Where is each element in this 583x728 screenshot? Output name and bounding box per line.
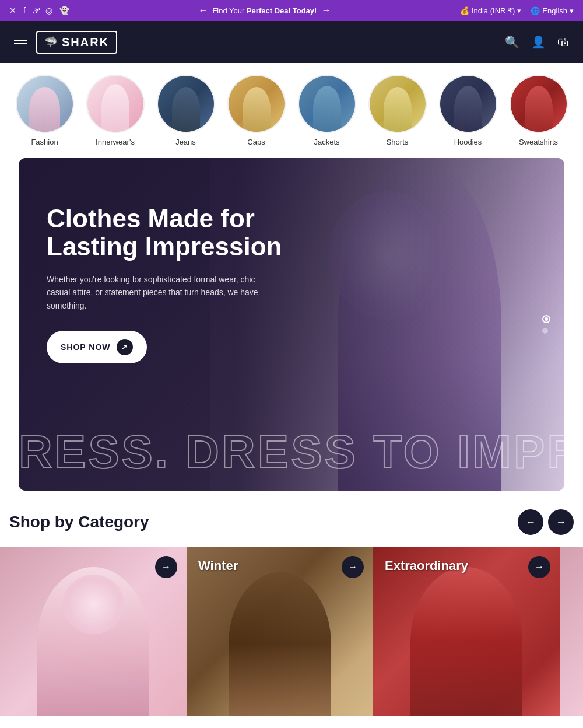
category-cards: → Winter → Extraordinary → — [0, 547, 583, 716]
hero-subtitle: Whether you're looking for sophisticated… — [47, 273, 268, 312]
search-icon[interactable]: 🔍 — [505, 35, 519, 49]
category-card-extraordinary-btn[interactable]: → — [528, 556, 550, 578]
currency-chevron: ▾ — [517, 6, 521, 15]
hero-marquee: RESS. DRESS TO IMPRESS. DRESS TO IMPRESS… — [19, 425, 564, 479]
category-image-caps — [229, 76, 285, 132]
language-label: English — [542, 6, 567, 15]
category-image-sweatshirts — [511, 76, 567, 132]
currency-selector[interactable]: 💰 India (INR ₹) ▾ — [460, 6, 521, 15]
hero-wrapper: Clothes Made for Lasting Impression Whet… — [0, 158, 583, 491]
promo-bold: Perfect Deal Today! — [247, 6, 317, 15]
category-card-extraordinary[interactable]: Extraordinary → — [373, 547, 560, 716]
cart-icon[interactable]: 🛍 — [557, 36, 569, 49]
category-item-innerwear[interactable]: Innerwear's — [86, 75, 145, 146]
category-item-sweatshirts[interactable]: Sweatshirts — [510, 75, 568, 146]
hero-dot-1[interactable] — [542, 315, 550, 323]
hero-banner: Clothes Made for Lasting Impression Whet… — [19, 158, 564, 491]
header-right: 🔍 👤 🛍 — [505, 35, 569, 49]
top-bar-right: 💰 India (INR ₹) ▾ 🌐 English ▾ — [460, 6, 574, 15]
category-nav-arrows: ← → — [518, 509, 574, 535]
facebook-icon[interactable]: f — [23, 6, 26, 15]
logo-icon: 🦈 — [44, 36, 57, 48]
category-image-jackets — [299, 76, 355, 132]
category-item-jeans[interactable]: Jeans — [157, 75, 215, 146]
pinterest-icon[interactable]: 𝒫 — [33, 6, 38, 16]
promo-banner: ← Find Your Perfect Deal Today! → — [198, 5, 331, 16]
category-card-extraordinary-label: Extraordinary — [385, 558, 468, 573]
category-item-fashion[interactable]: Fashion — [16, 75, 74, 146]
hero-dot-2[interactable] — [542, 328, 548, 334]
hero-content: Clothes Made for Lasting Impression Whet… — [47, 205, 292, 363]
category-card-4-bg — [560, 547, 583, 716]
category-label-hoodies: Hoodies — [454, 138, 482, 146]
hero-title: Clothes Made for Lasting Impression — [47, 205, 292, 261]
language-selector[interactable]: 🌐 English ▾ — [531, 6, 574, 15]
header: 🦈 SHARK 🔍 👤 🛍 — [0, 21, 583, 63]
language-chevron: ▾ — [570, 6, 574, 15]
category-label-caps: Caps — [247, 138, 265, 146]
instagram-icon[interactable]: ◎ — [45, 6, 52, 15]
category-item-jackets[interactable]: Jackets — [298, 75, 356, 146]
category-card-summer-btn[interactable]: → — [155, 556, 177, 578]
promo-text: Find Your Perfect Deal Today! — [212, 6, 317, 15]
category-image-jeans — [158, 76, 214, 132]
category-card-winter[interactable]: Winter → — [187, 547, 373, 716]
header-left: 🦈 SHARK — [14, 31, 117, 54]
hero-dots — [542, 315, 550, 334]
hamburger-menu[interactable] — [14, 40, 27, 44]
category-label-jeans: Jeans — [175, 138, 196, 146]
category-label-innerwear: Innerwear's — [96, 138, 135, 146]
twitter-icon[interactable]: ✕ — [9, 6, 16, 15]
snapchat-icon[interactable]: 👻 — [59, 6, 69, 15]
top-bar: ✕ f 𝒫 ◎ 👻 ← Find Your Perfect Deal Today… — [0, 0, 583, 21]
category-image-hoodies — [440, 76, 496, 132]
category-label-shorts: Shorts — [387, 138, 409, 146]
shop-now-button[interactable]: SHOP NOW ↗ — [47, 331, 147, 363]
category-image-shorts — [370, 76, 426, 132]
user-icon[interactable]: 👤 — [531, 35, 546, 49]
logo[interactable]: 🦈 SHARK — [36, 31, 117, 54]
shop-by-category-title: Shop by Category — [9, 513, 149, 531]
category-label-jackets: Jackets — [314, 138, 339, 146]
category-label-sweatshirts: Sweatshirts — [519, 138, 558, 146]
social-links: ✕ f 𝒫 ◎ 👻 — [9, 6, 69, 16]
shop-now-label: SHOP NOW — [61, 342, 111, 352]
currency-label: India (INR ₹) — [472, 6, 515, 15]
category-item-caps[interactable]: Caps — [227, 75, 286, 146]
category-card-winter-label: Winter — [198, 558, 238, 573]
category-card-summer[interactable]: → — [0, 547, 187, 716]
category-card-4[interactable] — [560, 547, 583, 716]
promo-prev-arrow[interactable]: ← — [198, 5, 208, 16]
globe-icon: 🌐 — [531, 6, 540, 15]
category-card-winter-btn[interactable]: → — [342, 556, 364, 578]
category-item-shorts[interactable]: Shorts — [368, 75, 427, 146]
shop-by-category-header: Shop by Category ← → — [0, 491, 583, 547]
category-prev-arrow[interactable]: ← — [518, 509, 543, 535]
currency-icon: 💰 — [460, 6, 469, 15]
category-image-innerwear — [87, 76, 143, 132]
category-image-fashion — [17, 76, 73, 132]
marquee-text: RESS. DRESS TO IMPRESS. DRESS TO IMPRESS… — [19, 425, 564, 479]
category-item-hoodies[interactable]: Hoodies — [439, 75, 497, 146]
category-next-arrow[interactable]: → — [548, 509, 574, 535]
logo-text: SHARK — [62, 36, 109, 49]
category-circles: Fashion Innerwear's Jeans — [0, 63, 583, 158]
shop-now-arrow-icon: ↗ — [117, 339, 133, 355]
promo-next-arrow[interactable]: → — [321, 5, 331, 16]
category-label-fashion: Fashion — [31, 138, 58, 146]
